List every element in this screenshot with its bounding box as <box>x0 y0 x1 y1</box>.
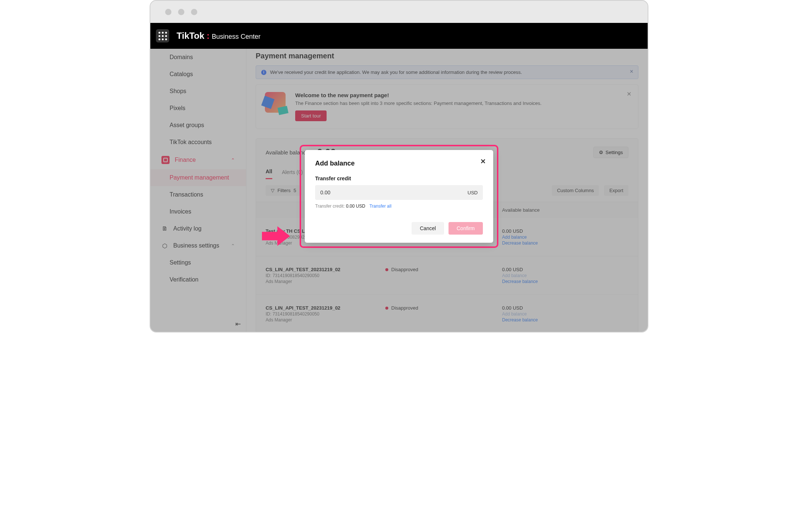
transfer-credit-hint: Transfer credit: 0.00 USD Transfer all <box>315 204 483 209</box>
add-balance-modal: ✕ Add balance Transfer credit USD Transf… <box>305 150 493 243</box>
confirm-button[interactable]: Confirm <box>449 222 483 235</box>
hint-value: 0.00 USD <box>346 204 365 209</box>
transfer-credit-input[interactable] <box>320 190 468 195</box>
apps-menu-button[interactable] <box>156 29 169 42</box>
brand-name: TikTok <box>177 31 204 41</box>
cancel-button[interactable]: Cancel <box>412 222 444 235</box>
hint-label: Transfer credit: <box>315 204 345 209</box>
svg-marker-0 <box>262 226 290 246</box>
transfer-credit-label: Transfer credit <box>315 175 483 181</box>
modal-title: Add balance <box>315 160 483 167</box>
attention-arrow-icon <box>262 226 290 248</box>
modal-highlight-frame: ✕ Add balance Transfer credit USD Transf… <box>300 145 498 248</box>
close-icon[interactable]: ✕ <box>480 157 486 166</box>
currency-label: USD <box>468 190 478 195</box>
traffic-light <box>165 9 171 15</box>
apps-grid-icon <box>158 32 167 40</box>
window-chrome <box>150 1 648 23</box>
transfer-credit-input-wrap: USD <box>315 185 483 200</box>
brand-sub: Business Center <box>212 33 260 41</box>
modal-overlay: ✕ Add balance Transfer credit USD Transf… <box>150 49 648 332</box>
brand-logo: TikTok: Business Center <box>177 31 260 41</box>
top-bar: TikTok: Business Center <box>150 23 648 49</box>
transfer-all-link[interactable]: Transfer all <box>369 204 392 209</box>
traffic-light <box>178 9 184 15</box>
traffic-light <box>191 9 197 15</box>
